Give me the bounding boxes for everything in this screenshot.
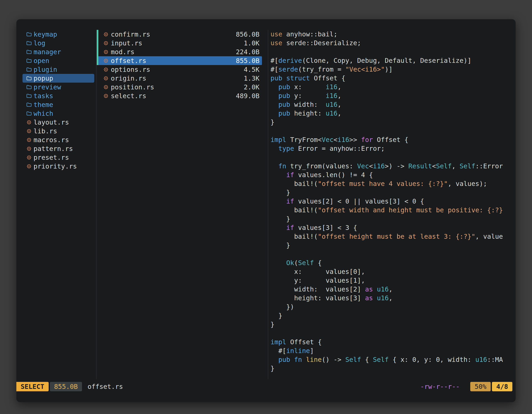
file-row-select-rs[interactable]: select.rs489.0B — [97, 91, 262, 100]
sidebar-item-tasks[interactable]: tasks — [22, 91, 94, 100]
file-size: 856.0B — [236, 30, 259, 38]
file-row-position-rs[interactable]: position.rs2.0K — [97, 83, 262, 91]
code-line: } — [270, 188, 512, 197]
code-line — [270, 153, 512, 162]
current-pane[interactable]: confirm.rs856.0B input.rs1.0K mod.rs224. — [97, 30, 262, 100]
file-name: confirm.rs — [111, 30, 150, 38]
file-size: 224.0B — [236, 48, 259, 56]
sidebar-item-preview[interactable]: preview — [22, 83, 94, 91]
status-filename: offset.rs — [87, 383, 123, 390]
item-label: preset.rs — [34, 154, 69, 161]
code-line: } — [270, 215, 512, 223]
file-row-mod-rs[interactable]: mod.rs224.0B — [97, 48, 262, 56]
sidebar-item-pattern-rs[interactable]: pattern.rs — [22, 144, 94, 153]
code-line: use anyhow::bail; — [270, 30, 512, 39]
code-line: #[derive(Clone, Copy, Debug, Default, De… — [270, 56, 512, 65]
item-label: manager — [34, 48, 61, 56]
sidebar-item-theme[interactable]: theme — [22, 100, 94, 109]
code-line: pub height: u16, — [270, 109, 512, 118]
folder-icon — [26, 41, 32, 46]
code-line: pub width: u16, — [270, 100, 512, 109]
item-label: open — [34, 57, 49, 65]
file-row-input-rs[interactable]: input.rs1.0K — [97, 39, 262, 48]
code-line: pub x: i16, — [270, 83, 512, 91]
file-size: 2.0K — [244, 83, 259, 91]
code-line: bail!("offset must have 4 values: {:?}",… — [270, 179, 512, 188]
folder-icon — [26, 94, 32, 98]
code-line: if values.len() != 4 { — [270, 171, 512, 179]
code-line: bail!("offset width and height must be p… — [270, 206, 512, 215]
parent-pane[interactable]: keymap log manager open plugin popup pre… — [22, 30, 94, 171]
file-row-options-rs[interactable]: options.rs4.5K — [97, 65, 262, 74]
sidebar-item-which[interactable]: which — [22, 109, 94, 118]
scroll-percent-badge: 50% — [470, 382, 491, 391]
rust-file-icon — [103, 93, 109, 99]
sidebar-item-log[interactable]: log — [22, 39, 94, 48]
code-line: impl Offset { — [270, 338, 512, 347]
cursor-position-badge: 4/8 — [492, 382, 512, 391]
file-size-badge: 855.0B — [50, 382, 82, 391]
item-label: plugin — [34, 66, 57, 73]
code-line: } — [270, 320, 512, 329]
code-line: pub fn line() -> Self { Self { x: 0, y: … — [270, 355, 512, 364]
code-line — [270, 329, 512, 338]
file-row-confirm-rs[interactable]: confirm.rs856.0B — [97, 30, 262, 39]
item-label: priority.rs — [34, 163, 77, 170]
sidebar-item-keymap[interactable]: keymap — [22, 30, 94, 39]
file-manager-window: keymap log manager open plugin popup pre… — [16, 19, 516, 402]
preview-pane[interactable]: use anyhow::bail;use serde::Deserialize;… — [270, 30, 512, 382]
file-name: origin.rs — [111, 75, 146, 82]
sidebar-item-layout-rs[interactable]: layout.rs — [22, 118, 94, 127]
file-name: position.rs — [111, 83, 154, 91]
file-row-offset-rs[interactable]: offset.rs855.0B — [97, 56, 262, 65]
rust-file-icon — [26, 120, 32, 125]
rust-file-icon — [103, 76, 109, 81]
file-name: offset.rs — [111, 57, 146, 65]
folder-icon — [26, 102, 32, 107]
item-label: preview — [34, 83, 61, 91]
code-line: bail!("offset height must be at least 3:… — [270, 232, 512, 241]
sidebar-item-lib-rs[interactable]: lib.rs — [22, 127, 94, 135]
sidebar-item-macros-rs[interactable]: macros.rs — [22, 135, 94, 144]
sidebar-item-preset-rs[interactable]: preset.rs — [22, 153, 94, 162]
code-line: if values[2] < 0 || values[3] < 0 { — [270, 197, 512, 206]
selected-mark — [97, 39, 98, 48]
file-size: 4.5K — [244, 66, 259, 73]
item-label: which — [34, 110, 53, 117]
item-label: macros.rs — [34, 136, 69, 144]
selected-mark — [97, 30, 98, 39]
item-label: log — [34, 39, 45, 47]
code-line: } — [270, 118, 512, 127]
code-line — [270, 250, 512, 259]
item-label: layout.rs — [34, 118, 69, 126]
sidebar-item-manager[interactable]: manager — [22, 48, 94, 56]
rust-file-icon — [26, 164, 32, 169]
code-line: } — [270, 364, 512, 373]
code-line: width: values[2] as u16, — [270, 285, 512, 294]
rust-file-icon — [26, 146, 32, 151]
code-line: pub struct Offset { — [270, 74, 512, 83]
code-line: x: values[0], — [270, 267, 512, 276]
code-line: if values[3] < 3 { — [270, 223, 512, 232]
code-line: } — [270, 241, 512, 250]
file-row-origin-rs[interactable]: origin.rs1.3K — [97, 74, 262, 83]
file-name: input.rs — [111, 39, 142, 47]
selected-mark — [97, 56, 98, 65]
code-line — [270, 48, 512, 56]
folder-icon — [26, 85, 32, 90]
folder-icon — [26, 32, 32, 37]
sidebar-item-priority-rs[interactable]: priority.rs — [22, 162, 94, 171]
item-label: keymap — [34, 30, 57, 38]
rust-file-icon — [103, 49, 109, 55]
code-line: } — [270, 311, 512, 320]
folder-icon — [26, 67, 32, 72]
rust-file-icon — [26, 155, 32, 160]
sidebar-item-plugin[interactable]: plugin — [22, 65, 94, 74]
folder-icon — [26, 49, 32, 54]
folder-icon — [26, 76, 32, 81]
file-name: select.rs — [111, 92, 146, 100]
sidebar-item-popup[interactable]: popup — [22, 74, 94, 83]
code-line: impl TryFrom<Vec<i16>> for Offset { — [270, 135, 512, 144]
code-line: height: values[3] as u16, — [270, 294, 512, 303]
sidebar-item-open[interactable]: open — [22, 56, 94, 65]
